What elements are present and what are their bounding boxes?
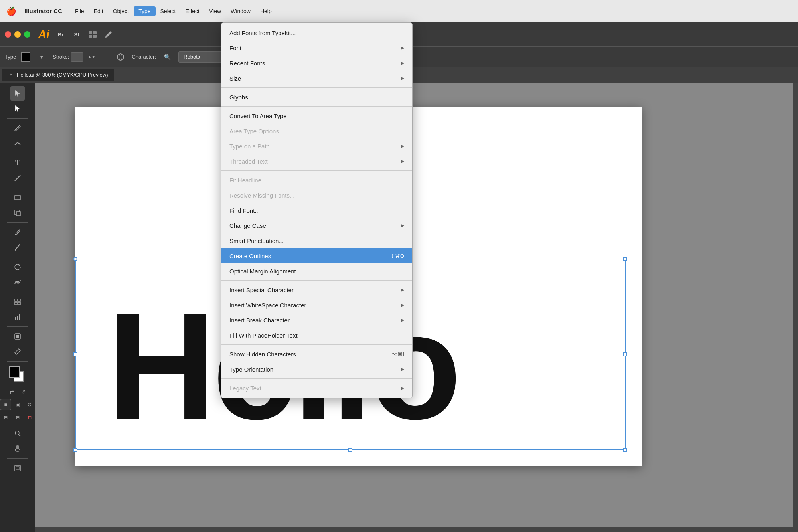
- menu-item-recent-fonts[interactable]: Recent Fonts▶: [221, 55, 412, 71]
- svg-line-8: [15, 175, 20, 181]
- menubar-edit[interactable]: Edit: [89, 6, 108, 16]
- fill-color-swatch[interactable]: [21, 52, 30, 62]
- world-icon-button[interactable]: [114, 51, 127, 63]
- menubar-type[interactable]: Type: [134, 6, 155, 16]
- handle-middle-left[interactable]: [73, 352, 77, 356]
- eyedropper-tool-2[interactable]: [10, 344, 25, 359]
- menu-separator: [221, 106, 412, 107]
- tab-close-button[interactable]: ✕: [8, 72, 14, 78]
- hand-tool[interactable]: [10, 441, 25, 456]
- minimize-button[interactable]: [14, 31, 21, 38]
- close-button[interactable]: [5, 31, 11, 38]
- menu-arrow-change-case: ▶: [401, 223, 404, 228]
- menu-item-change-case[interactable]: Change Case▶: [221, 218, 412, 233]
- handle-bottom-left[interactable]: [73, 448, 77, 452]
- artboards-button[interactable]: [10, 461, 25, 475]
- maximize-button[interactable]: [24, 31, 30, 38]
- direct-select-tool[interactable]: [10, 101, 25, 116]
- menu-shortcut-show-hidden: ⌥⌘I: [391, 351, 404, 357]
- curvature-tool[interactable]: [10, 136, 25, 150]
- gradient-mode-button[interactable]: ▣: [12, 399, 23, 410]
- menu-item-label-type-on-path: Type on a Path: [229, 143, 270, 150]
- menu-item-insert-special[interactable]: Insert Special Character▶: [221, 282, 412, 297]
- rectangle-tool[interactable]: [10, 190, 25, 205]
- menu-item-smart-punctuation[interactable]: Smart Punctuation...: [221, 233, 412, 248]
- swap-colors-button[interactable]: ⇄: [7, 387, 17, 397]
- menu-item-fill-placeholder[interactable]: Fill With PlaceHolder Text: [221, 328, 412, 343]
- menu-item-add-fonts[interactable]: Add Fonts from Typekit...: [221, 25, 412, 40]
- menu-item-type-on-path: Type on a Path▶: [221, 138, 412, 154]
- warp-tool[interactable]: [10, 275, 25, 289]
- menubar-view[interactable]: View: [204, 6, 226, 16]
- collapse-panel-arrow[interactable]: ◀: [36, 308, 39, 313]
- menu-item-create-outlines[interactable]: Create Outlines⇧⌘O: [221, 248, 412, 263]
- menu-item-type-orientation[interactable]: Type Orientation▶: [221, 362, 412, 377]
- bridge-button[interactable]: Br: [54, 28, 67, 41]
- menubar-effect[interactable]: Effect: [180, 6, 204, 16]
- menu-item-label-optical-margin: Optical Margin Alignment: [229, 268, 296, 275]
- type-label: Type: [5, 54, 16, 60]
- document-tab[interactable]: ✕ Hello.ai @ 300% (CMYK/GPU Preview): [2, 69, 114, 81]
- svg-rect-0: [89, 31, 92, 34]
- menu-item-optical-margin[interactable]: Optical Margin Alignment: [221, 263, 412, 279]
- menubar-object[interactable]: Object: [108, 6, 134, 16]
- handle-top-right[interactable]: [623, 257, 627, 261]
- stroke-up-button[interactable]: ▲▼: [85, 51, 98, 63]
- fill-stroke-modes: ■ ▣ ⊘: [0, 399, 35, 410]
- menu-separator: [221, 344, 412, 345]
- menu-item-convert-area[interactable]: Convert To Area Type: [221, 108, 412, 123]
- view-mode-2[interactable]: ⊟: [12, 413, 23, 422]
- symbol-tool[interactable]: [10, 329, 25, 344]
- apple-menu[interactable]: 🍎: [6, 6, 16, 16]
- menubar-window[interactable]: Window: [226, 6, 255, 16]
- pencil-tool[interactable]: [10, 225, 25, 239]
- select-tool[interactable]: [10, 86, 25, 101]
- menu-item-find-font[interactable]: Find Font...: [221, 203, 412, 218]
- menu-item-glyphs[interactable]: Glyphs: [221, 89, 412, 105]
- menubar-help[interactable]: Help: [255, 6, 277, 16]
- horizontal-scrollbar[interactable]: [35, 527, 793, 532]
- chart-tool[interactable]: [10, 310, 25, 324]
- brush-tool[interactable]: [10, 240, 25, 255]
- vertical-scrollbar[interactable]: [793, 83, 798, 532]
- menu-item-label-insert-break: Insert Break Character: [229, 317, 290, 324]
- menubar-file[interactable]: File: [70, 6, 89, 16]
- zoom-tool[interactable]: [10, 426, 25, 441]
- tool-separator-8: [7, 361, 28, 362]
- handle-top-left[interactable]: [73, 257, 77, 261]
- svg-rect-1: [93, 31, 97, 34]
- fill-options-button[interactable]: ▼: [35, 51, 48, 63]
- normal-mode-button[interactable]: ■: [0, 399, 11, 410]
- menu-item-insert-break[interactable]: Insert Break Character▶: [221, 312, 412, 328]
- none-mode-button[interactable]: ⊘: [24, 399, 35, 410]
- color-tools: [7, 366, 28, 385]
- type-dropdown-menu: Add Fonts from Typekit...Font▶Recent Fon…: [221, 22, 413, 398]
- menu-item-size[interactable]: Size▶: [221, 71, 412, 86]
- line-tool[interactable]: [10, 171, 25, 185]
- search-icon-button[interactable]: 🔍: [161, 51, 174, 63]
- rotate-tool[interactable]: [10, 260, 25, 274]
- stock-button[interactable]: St: [70, 28, 83, 41]
- svg-point-7: [19, 125, 20, 126]
- menubar: 🍎 Illustrator CC File Edit Object Type S…: [0, 0, 798, 22]
- menubar-select[interactable]: Select: [156, 6, 181, 16]
- handle-bottom-right[interactable]: [623, 448, 627, 452]
- menu-item-font[interactable]: Font▶: [221, 40, 412, 55]
- foreground-color-swatch[interactable]: [9, 366, 20, 378]
- pen-tool[interactable]: [10, 121, 25, 135]
- view-mode-1[interactable]: ⊞: [0, 413, 11, 422]
- menu-item-label-font: Font: [229, 45, 241, 51]
- handle-middle-right[interactable]: [623, 352, 627, 356]
- reset-colors-button[interactable]: ↺: [18, 387, 28, 397]
- arrange-button[interactable]: [86, 28, 99, 41]
- menu-item-insert-whitespace[interactable]: Insert WhiteSpace Character▶: [221, 297, 412, 312]
- view-mode-3[interactable]: ⊡: [24, 413, 35, 422]
- pencil-button[interactable]: [102, 28, 115, 41]
- svg-rect-21: [19, 314, 20, 320]
- type-tool[interactable]: T: [10, 156, 25, 170]
- canvas-area[interactable]: Hello: [35, 83, 798, 532]
- shape-tool-2[interactable]: [10, 206, 25, 220]
- svg-rect-17: [15, 302, 17, 305]
- menu-item-show-hidden[interactable]: Show Hidden Characters⌥⌘I: [221, 346, 412, 362]
- grid-tool[interactable]: [10, 295, 25, 309]
